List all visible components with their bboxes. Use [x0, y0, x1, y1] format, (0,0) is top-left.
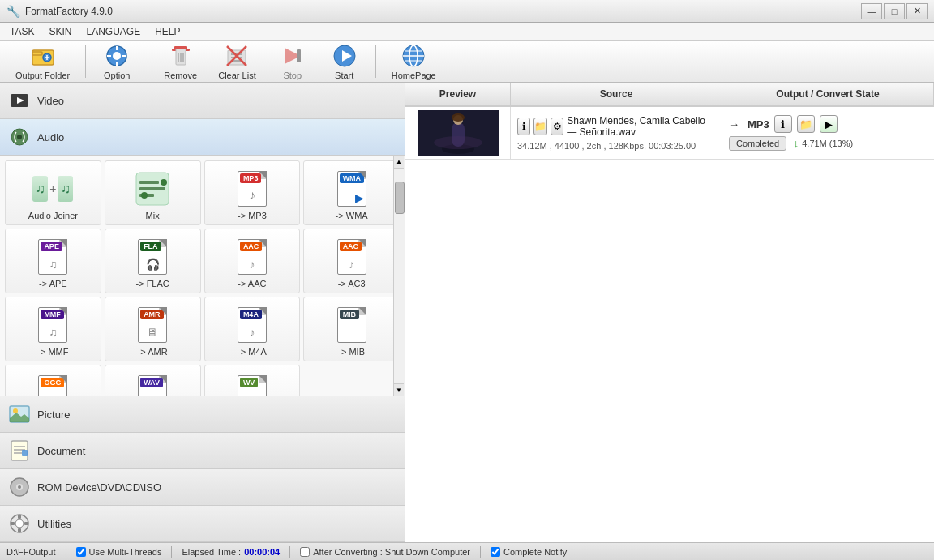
homepage-button[interactable]: HomePage: [383, 39, 445, 84]
menu-help[interactable]: HELP: [148, 24, 186, 39]
shutdown-checkbox[interactable]: [300, 547, 310, 557]
source-folder-button[interactable]: 📁: [533, 118, 547, 135]
title-text: FormatFactory 4.9.0: [25, 6, 113, 17]
multi-threads-label: Use Multi-Threads: [89, 547, 162, 557]
source-meta: 34.12M , 44100 , 2ch , 128Kbps, 00:03:25…: [517, 141, 715, 151]
format-audio-joiner[interactable]: ♫ + ♫ Audio Joiner: [5, 160, 101, 225]
mix-icon: [132, 169, 173, 209]
format-aac[interactable]: AAC ♪ -> AAC: [204, 229, 301, 293]
format-ogg[interactable]: OGG -> OGG: [5, 365, 101, 396]
start-button[interactable]: Start: [320, 39, 369, 84]
source-info-button[interactable]: ℹ: [517, 118, 530, 135]
sidebar-picture[interactable]: Picture: [0, 396, 405, 433]
preview-header: Preview: [405, 83, 511, 105]
sidebar: Video Audio ♫ +: [0, 83, 405, 542]
picture-icon: [8, 403, 31, 425]
main-content: Video Audio ♫ +: [0, 83, 934, 542]
output-folder-button[interactable]: Output Folder: [6, 39, 79, 84]
format-ape[interactable]: APE ♫ -> APE: [5, 229, 101, 293]
format-mmf[interactable]: MMF ♫ -> MMF: [5, 297, 101, 361]
right-panel-empty: [405, 160, 934, 542]
sidebar-document[interactable]: Document: [0, 433, 405, 469]
option-button[interactable]: Option: [92, 39, 141, 84]
grid-scrollbar[interactable]: ▲ ▼: [393, 156, 405, 396]
ape-label: -> APE: [39, 279, 67, 289]
format-wav[interactable]: WAV -> WAV: [105, 365, 201, 396]
remove-button[interactable]: Remove: [155, 39, 206, 84]
output-play-button[interactable]: ▶: [820, 115, 838, 133]
audio-icon: [8, 126, 31, 148]
utilities-label: Utilities: [37, 518, 71, 530]
svg-point-40: [161, 179, 167, 186]
wav-icon: WAV: [132, 373, 173, 396]
flac-icon: FLA 🎧: [132, 237, 173, 277]
sidebar-utilities[interactable]: Utilities: [0, 506, 405, 542]
video-icon: [8, 89, 31, 112]
svg-rect-9: [107, 55, 111, 57]
wma-label: -> WMA: [336, 211, 368, 220]
menu-bar: TASK SKIN LANGUAGE HELP: [0, 23, 934, 41]
complete-notify-checkbox[interactable]: [491, 547, 500, 557]
format-mix[interactable]: Mix: [105, 160, 201, 225]
ac3-icon: AAC ♪: [332, 237, 372, 277]
svg-rect-38: [139, 187, 165, 190]
svg-point-35: [17, 135, 22, 139]
wma-icon: WMA ▶: [332, 169, 372, 209]
toolbar-sep-2: [148, 45, 148, 78]
rom-icon: [8, 476, 31, 498]
option-icon: [104, 43, 130, 69]
svg-rect-55: [18, 515, 21, 519]
utilities-icon: [8, 512, 31, 535]
output-folder-open-button[interactable]: 📁: [797, 115, 815, 133]
remove-label: Remove: [164, 71, 197, 80]
format-wv[interactable]: WV -> WV: [204, 365, 301, 396]
sidebar-audio[interactable]: Audio: [0, 119, 405, 156]
menu-skin[interactable]: SKIN: [42, 24, 78, 39]
svg-rect-13: [174, 46, 187, 49]
output-info-button[interactable]: ℹ: [774, 115, 792, 133]
start-label: Start: [335, 71, 353, 80]
sidebar-rom[interactable]: ROM Device\DVD\CD\ISO: [0, 469, 405, 506]
clear-list-button[interactable]: Clear List: [209, 39, 264, 84]
format-ac3[interactable]: AAC ♪ -> AC3: [303, 229, 400, 293]
maximize-button[interactable]: □: [884, 3, 905, 19]
stop-icon: [280, 43, 306, 69]
format-m4a[interactable]: M4A ♪ -> M4A: [204, 297, 301, 361]
audio-joiner-label: Audio Joiner: [28, 211, 78, 220]
format-flac[interactable]: FLA 🎧 -> FLAC: [105, 229, 201, 293]
flac-label: -> FLAC: [135, 279, 169, 289]
svg-rect-49: [22, 450, 28, 456]
source-cell: ℹ 📁 ⚙ Shawn Mendes, Camila Cabello — Señ…: [511, 107, 722, 159]
stop-button[interactable]: Stop: [268, 39, 317, 84]
format-amr[interactable]: AMR 🖥 -> AMR: [105, 297, 201, 361]
source-header: Source: [511, 83, 722, 105]
close-button[interactable]: ✕: [906, 3, 928, 19]
mmf-label: -> MMF: [37, 347, 68, 357]
svg-rect-10: [122, 55, 126, 57]
output-folder-status: D:\FFOutput: [6, 547, 56, 557]
format-wma[interactable]: WMA ▶ -> WMA: [303, 160, 400, 225]
clear-list-label: Clear List: [218, 71, 255, 80]
after-converting-item: After Converting : Shut Down Computer: [300, 547, 470, 557]
source-settings-button[interactable]: ⚙: [551, 118, 563, 135]
svg-rect-8: [116, 62, 118, 66]
complete-notify-item: Complete Notify: [491, 547, 567, 557]
ac3-label: -> AC3: [338, 279, 366, 289]
sidebar-video[interactable]: Video: [0, 83, 405, 119]
format-mp3[interactable]: MP3 ♪ -> MP3: [204, 160, 301, 225]
status-sep-2: [171, 546, 172, 558]
multi-threads-checkbox[interactable]: [76, 547, 86, 557]
svg-rect-56: [18, 528, 21, 532]
mib-icon: MIB: [332, 305, 372, 345]
rom-label: ROM Device\DVD\CD\ISO: [37, 481, 161, 494]
menu-language[interactable]: LANGUAGE: [79, 24, 147, 39]
file-row: ℹ 📁 ⚙ Shawn Mendes, Camila Cabello — Señ…: [405, 107, 934, 160]
minimize-button[interactable]: —: [861, 3, 882, 19]
complete-notify-label: Complete Notify: [503, 547, 567, 557]
svg-rect-7: [116, 46, 118, 50]
video-label: Video: [37, 95, 64, 107]
menu-task[interactable]: TASK: [3, 24, 41, 39]
svg-rect-24: [297, 49, 301, 62]
output-size-value: 4.71M (13%): [802, 139, 853, 148]
format-mib[interactable]: MIB -> MIB: [303, 297, 400, 361]
